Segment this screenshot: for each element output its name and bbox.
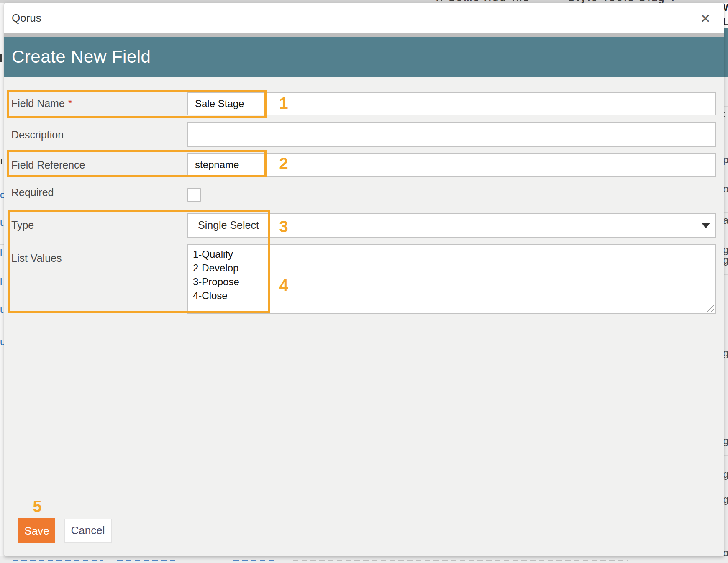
- close-icon[interactable]: ✕: [697, 10, 714, 27]
- bg-text-fragment: c: [0, 189, 4, 201]
- field-name-label: Field Name*: [11, 96, 72, 110]
- field-name-label-text: Field Name: [11, 97, 65, 109]
- divider: [724, 518, 728, 518]
- divider: [724, 274, 728, 275]
- field-reference-input[interactable]: [187, 153, 716, 177]
- description-input[interactable]: [187, 122, 716, 147]
- bg-text-fragment: L: [724, 16, 728, 28]
- required-label: Required: [11, 185, 54, 200]
- bg-text-fragment: u: [0, 217, 4, 228]
- resize-handle-icon[interactable]: [707, 305, 714, 312]
- bg-text-fragment: ll Some Add-ins: [436, 0, 530, 3]
- background-right-strip: W L : p o a g g g g g g g: [724, 3, 728, 556]
- bg-fragment: [13, 560, 103, 561]
- required-checkbox[interactable]: [187, 188, 201, 202]
- save-button[interactable]: Save: [18, 518, 55, 543]
- divider: [0, 184, 4, 184]
- dialog-titlebar: Qorus ✕: [4, 3, 724, 33]
- divider: [724, 313, 728, 313]
- bg-fragment: [724, 28, 728, 77]
- bg-fragment: [0, 54, 2, 62]
- bg-text-fragment: u: [0, 336, 4, 348]
- divider: [724, 106, 728, 107]
- divider: [724, 376, 728, 376]
- create-new-field-dialog: Qorus ✕ Create New Field Field Name* Des…: [4, 3, 724, 556]
- background-top-strip: ll Some Add-ins Style Tools Diag T: [0, 0, 728, 3]
- dialog-title: Create New Field: [12, 47, 151, 67]
- divider: [724, 455, 728, 456]
- field-name-input[interactable]: [187, 92, 716, 115]
- divider: [0, 303, 4, 303]
- bg-text-fragment: p: [724, 154, 728, 166]
- bg-text-fragment: l: [0, 276, 2, 288]
- app-title: Qorus: [12, 12, 41, 25]
- bg-text-fragment: l: [0, 247, 2, 258]
- divider: [0, 215, 4, 215]
- bg-text-fragment: a: [724, 215, 728, 226]
- divider: [724, 151, 728, 151]
- cancel-button[interactable]: Cancel: [64, 519, 112, 543]
- bg-text-fragment: Style Tools Diag T: [568, 0, 677, 3]
- divider: [0, 274, 4, 274]
- divider: [0, 333, 4, 333]
- bg-text-fragment: ı: [0, 155, 3, 166]
- bg-text-fragment: g: [724, 435, 728, 447]
- bg-text-fragment: g: [724, 494, 728, 505]
- type-label: Type: [11, 218, 34, 232]
- bg-text-fragment: g: [724, 547, 728, 556]
- list-values-label: List Values: [11, 251, 62, 265]
- bg-text-fragment: g: [724, 244, 728, 256]
- divider: [0, 244, 4, 245]
- divider: [724, 212, 728, 213]
- divider: [0, 363, 4, 363]
- type-select[interactable]: Single Select: [187, 213, 716, 238]
- titlebar-divider: [4, 33, 724, 37]
- bg-text-fragment: g: [724, 468, 728, 480]
- background-bottom-strip: [0, 556, 728, 563]
- bg-text-fragment: W: [724, 3, 728, 13]
- background-left-strip: ı c u l l u u: [0, 3, 4, 556]
- type-select-value: Single Select: [198, 219, 259, 231]
- bg-fragment: [233, 560, 275, 561]
- bg-text-fragment: o: [724, 183, 728, 195]
- annotation-number-5: 5: [29, 496, 46, 517]
- bg-text-fragment: :: [724, 108, 726, 120]
- bg-text-fragment: u: [0, 304, 4, 315]
- chevron-down-icon: [701, 223, 710, 228]
- screen: ll Some Add-ins Style Tools Diag T ı c u…: [0, 0, 728, 563]
- field-reference-label: Field Reference: [11, 158, 85, 172]
- bg-text-fragment: g: [724, 347, 728, 359]
- description-label: Description: [11, 128, 64, 142]
- dialog-header: Create New Field: [4, 37, 724, 77]
- required-asterisk: *: [68, 97, 72, 109]
- bg-fragment: [293, 560, 628, 561]
- list-values-textarea[interactable]: 1-Qualify 2-Develop 3-Propose 4-Close: [187, 244, 716, 314]
- bg-text-fragment: g: [724, 254, 728, 266]
- bg-fragment: [117, 560, 178, 561]
